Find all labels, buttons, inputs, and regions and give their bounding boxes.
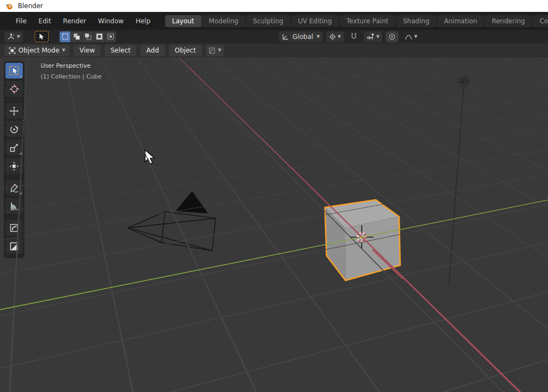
tab-modeling[interactable]: Modeling [202,15,246,27]
menu-render[interactable]: Render [57,15,92,27]
chevron-down-icon: ▼ [376,35,380,39]
subtool-indicator [19,75,22,77]
transform-settings-cluster: Global ▼ ▼ ▼ [279,31,420,42]
editor-type-dropdown[interactable]: ▼ [4,31,23,42]
viewport-menu-object[interactable]: Object [169,45,202,56]
chevron-down-icon: ▼ [338,35,341,39]
snap-toggle-button[interactable] [347,31,361,42]
viewport-menu-view[interactable]: View [74,45,101,56]
object-mode-icon [9,47,16,54]
select-mode-subtract-button[interactable] [82,31,94,42]
proportional-falloff-dropdown[interactable]: ▼ [402,31,420,42]
camera-frustum-rect [161,212,216,251]
menu-help[interactable]: Help [129,15,156,27]
viewport-menu-select[interactable]: Select [105,45,136,56]
mode-dropdown[interactable]: Object Mode ▼ [4,45,70,56]
mouse-cursor [145,150,154,164]
tab-sculpting[interactable]: Sculpting [246,15,290,27]
editor-3d-viewport-icon [7,32,15,41]
tool-diagonal-fill[interactable] [5,238,23,254]
subtool-indicator [19,152,22,154]
snap-magnet-icon [350,32,358,41]
orientation-value: Global [291,33,315,41]
top-menu-bar: File Edit Render Window Help Layout Mode… [0,12,548,30]
transform-orientation-dropdown[interactable]: Global ▼ [279,31,322,42]
fallback-tool-dropdown[interactable]: ▼ [206,45,224,56]
chevron-down-icon: ▼ [62,48,66,53]
tab-texture-paint[interactable]: Texture Paint [340,15,395,27]
tab-uv-editing[interactable]: UV Editing [291,15,339,27]
window-title-bar: Blender [0,0,548,12]
mode-value: Object Mode [18,47,60,54]
light-center-dot [462,81,465,83]
pivot-point-icon [329,33,336,41]
rounded-corner-icon [208,47,216,54]
blender-logo-icon [5,2,13,10]
light-object[interactable] [459,77,469,87]
select-mode-invert-button[interactable] [94,31,105,42]
chevron-down-icon: ▼ [17,35,20,39]
tool-scale[interactable] [5,140,23,155]
proportional-circle-icon [388,33,396,41]
camera-up-triangle [175,191,208,213]
tool-cursor[interactable] [5,81,23,97]
light-drop-line [449,88,464,286]
chevron-down-icon: ▼ [218,48,221,53]
camera-object[interactable] [128,191,216,251]
subtool-indicator [19,192,22,194]
active-tool-indicator[interactable] [35,31,49,42]
object-origin-dot [360,236,363,239]
tab-compositing[interactable]: Compositing [532,15,548,27]
orientation-axes-icon [282,33,289,41]
tool-select-box[interactable] [5,63,23,79]
select-cursor-icon [38,33,45,40]
cube-object[interactable] [325,200,400,280]
falloff-curve-icon [405,33,413,41]
menu-file[interactable]: File [10,15,32,27]
camera-frustum-edges [128,212,216,251]
tool-settings-bar: ▼ Global ▼ [0,30,548,43]
tool-annotate[interactable] [5,180,23,195]
tab-layout[interactable]: Layout [165,15,201,27]
tab-shading[interactable]: Shading [396,15,436,27]
tool-rotate[interactable] [5,121,23,137]
chevron-down-icon: ▼ [316,35,319,39]
select-mode-intersect-button[interactable] [105,31,116,42]
tool-shelf [4,61,24,258]
select-mode-group [60,31,116,42]
proportional-editing-toggle[interactable] [386,31,399,42]
menu-edit[interactable]: Edit [32,15,57,27]
tool-rounded-corner[interactable] [5,220,23,236]
window-title: Blender [18,2,43,10]
snap-increment-icon [367,33,375,41]
tab-animation[interactable]: Animation [437,15,484,27]
tool-move[interactable] [5,103,23,119]
tool-transform[interactable] [5,158,23,174]
viewport-menu-add[interactable]: Add [140,45,165,56]
select-mode-extend-button[interactable] [71,31,82,42]
tab-rendering[interactable]: Rendering [485,15,532,27]
workspace-tabs: Layout Modeling Sculpting UV Editing Tex… [165,15,548,27]
pivot-point-dropdown[interactable]: ▼ [326,31,344,42]
menu-window[interactable]: Window [92,15,129,27]
scene-layer [0,57,548,392]
select-mode-set-button[interactable] [60,31,71,42]
chevron-down-icon: ▼ [414,35,417,39]
snap-target-dropdown[interactable]: ▼ [364,31,382,42]
viewport-3d[interactable]: User Perspective (1) Collection | Cube [0,57,548,392]
viewport-header: Object Mode ▼ View Select Add Object ▼ [0,43,548,57]
tool-measure[interactable] [5,198,23,214]
